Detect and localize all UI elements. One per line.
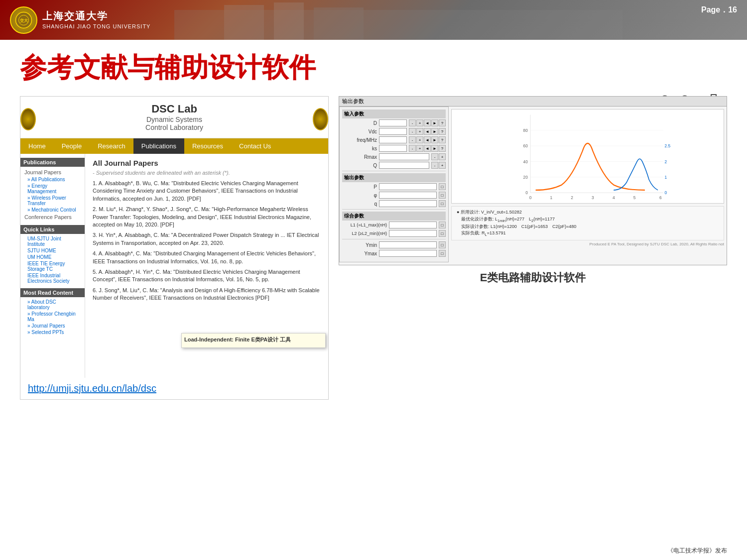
param-ks-controls: - + ◄ ► ? (409, 145, 446, 152)
ks-btn4[interactable]: ► (431, 145, 438, 152)
site-title-block: DSC Lab Dynamic Systems Control Laborato… (135, 103, 213, 135)
nav-publications[interactable]: Publications (133, 138, 184, 154)
param-D-label: D (342, 120, 377, 126)
sidebar-wireless-power[interactable]: » Wireless Power Transfer (20, 195, 85, 207)
ymax-info[interactable]: □ (439, 250, 446, 257)
param-P-input[interactable] (379, 183, 437, 190)
sidebar-umsjtu[interactable]: UM-SJTU Joint Institute (20, 235, 85, 247)
toolbar-label: 输出参数 (342, 98, 364, 105)
freq-btn2[interactable]: + (416, 136, 423, 143)
result-line2: 最优化设计参数: L1min(nH)=277 L2(nH)=1177 (457, 216, 719, 224)
ks-btn5[interactable]: ? (439, 145, 446, 152)
svg-text:2: 2 (571, 195, 573, 200)
param-Q-input[interactable] (379, 162, 429, 169)
ks-btn3[interactable]: ◄ (424, 145, 431, 152)
vdc-btn3[interactable]: ◄ (424, 128, 431, 135)
sidebar-um-home[interactable]: UM HOME (20, 254, 85, 260)
sidebar-ieee-tie[interactable]: IEEE TIE Energy Storage TC (20, 260, 85, 272)
sidebar-prof-ma[interactable]: » Professor Chengbin Ma (20, 311, 85, 323)
param-ks-input[interactable] (379, 145, 407, 152)
p-info[interactable]: □ (439, 183, 446, 190)
param-L2-input[interactable] (389, 230, 437, 237)
site-url[interactable]: http://umji.sjtu.edu.cn/lab/dsc (20, 378, 328, 399)
chart-container: 0 20 40 60 80 0 1 2 2.5 (449, 107, 727, 262)
paper-4-text: A. Alsabbagh*, C. Ma: "Distributed Charg… (93, 250, 316, 264)
param-phi-input[interactable] (379, 192, 437, 199)
phi-info[interactable]: □ (439, 192, 446, 199)
param-freq-input[interactable] (379, 136, 407, 143)
sidebar-ppts[interactable]: » Selected PPTs (20, 329, 85, 336)
param-q-row: q □ (342, 200, 446, 207)
ks-btn2[interactable]: + (416, 145, 423, 152)
param-Rmax-input[interactable] (379, 153, 429, 160)
website-screenshot: DSC Lab Dynamic Systems Control Laborato… (20, 96, 329, 400)
l2-info[interactable]: □ (439, 230, 446, 237)
nav-research[interactable]: Research (90, 138, 133, 154)
freq-btn4[interactable]: ► (431, 136, 438, 143)
sidebar-conference-papers[interactable]: Conference Papers (20, 213, 85, 221)
synthesis-header: 综合参数 (342, 212, 446, 221)
software-body: 输入参数 D - + ◄ ► ? (339, 107, 727, 262)
nav-home[interactable]: Home (20, 138, 54, 154)
software-screenshot: 输出参数 输入参数 D - + ◄ (339, 96, 727, 265)
nav-people[interactable]: People (54, 138, 90, 154)
freq-btn5[interactable]: ? (439, 136, 446, 143)
nav-contact[interactable]: Contact Us (231, 138, 279, 154)
site-header: DSC Lab Dynamic Systems Control Laborato… (20, 97, 328, 138)
nav-resources[interactable]: Resources (184, 138, 231, 154)
sidebar-sjtu-home[interactable]: SJTU HOME (20, 247, 85, 254)
param-L1-input[interactable] (389, 222, 437, 228)
param-D-right[interactable]: ► (431, 119, 438, 126)
sidebar-ieee-ies[interactable]: IEEE Industrial Electronics Society (20, 272, 85, 284)
param-Vdc-input[interactable] (379, 128, 407, 135)
input-params-header: 输入参数 (342, 110, 446, 118)
sidebar-mechatronic[interactable]: » Mechatronic Control (20, 207, 85, 213)
param-Ymin-input[interactable] (379, 241, 437, 248)
q2-info[interactable]: □ (439, 200, 446, 207)
rmax-btn2[interactable]: + (439, 153, 446, 160)
param-Vdc-label: Vdc (342, 129, 377, 134)
param-D-row: D - + ◄ ► ? (342, 119, 446, 126)
software-title: E类电路辅助设计软件 (339, 270, 727, 285)
param-q-input[interactable] (379, 200, 437, 207)
vdc-btn4[interactable]: ► (431, 128, 438, 135)
site-subtitle: Dynamic Systems Control Laboratory (135, 115, 213, 131)
l1-info[interactable]: □ (439, 222, 446, 228)
paper-1: 1. A. Alsabbagh*, B. Wu, C. Ma: "Distrib… (93, 180, 321, 203)
param-freq-label: freq/MHz (342, 137, 377, 143)
param-ks-row: ks - + ◄ ► ? (342, 145, 446, 152)
param-Rmax-row: Rmax - + (342, 153, 446, 160)
param-D-input[interactable] (379, 119, 407, 126)
sidebar-energy-management[interactable]: » Energy Management (20, 183, 85, 195)
freq-btn3[interactable]: ◄ (424, 136, 431, 143)
vdc-btn1[interactable]: - (409, 128, 416, 135)
sidebar-journal-papers[interactable]: Journal Papers (20, 168, 85, 176)
param-Ymax-input[interactable] (379, 250, 437, 257)
rmax-btn1[interactable]: - (431, 153, 438, 160)
chart-svg: 0 20 40 60 80 0 1 2 2.5 (452, 110, 724, 203)
param-Rmax-controls: - + (431, 153, 446, 160)
param-D-minus[interactable]: - (409, 119, 416, 126)
q-btn2[interactable]: + (439, 162, 446, 169)
vdc-btn5[interactable]: ? (439, 128, 446, 135)
q-btn1[interactable]: - (431, 162, 438, 169)
sidebar-journal[interactable]: » Journal Papers (20, 323, 85, 329)
all-journal-papers-title: All Journal Papers (93, 159, 321, 167)
ks-btn1[interactable]: - (409, 145, 416, 152)
param-D-plus[interactable]: + (416, 119, 423, 126)
sidebar-about-dsc[interactable]: » About DSC laboratory (20, 299, 85, 311)
svg-text:3: 3 (592, 195, 594, 200)
paper-1-num: 1. (93, 180, 97, 186)
param-D-left[interactable]: ◄ (424, 119, 431, 126)
paper-4: 4. A. Alsabbagh*, C. Ma: "Distributed Ch… (93, 250, 321, 265)
param-q-label: q (342, 201, 377, 207)
param-Q-row: Q - + (342, 162, 446, 169)
param-Ymin-label: Ymin (342, 242, 377, 248)
university-logo-area: 交大 上海交通大学 SHANGHAI JIAO TONG UNIVERSITY (10, 6, 150, 34)
param-Ymax-row: Ymax □ (342, 250, 446, 257)
freq-btn1[interactable]: - (409, 136, 416, 143)
sidebar-all-publications[interactable]: » All Publications (20, 176, 85, 183)
param-D-info[interactable]: ? (439, 119, 446, 126)
ymin-info[interactable]: □ (439, 241, 446, 248)
vdc-btn2[interactable]: + (416, 128, 423, 135)
